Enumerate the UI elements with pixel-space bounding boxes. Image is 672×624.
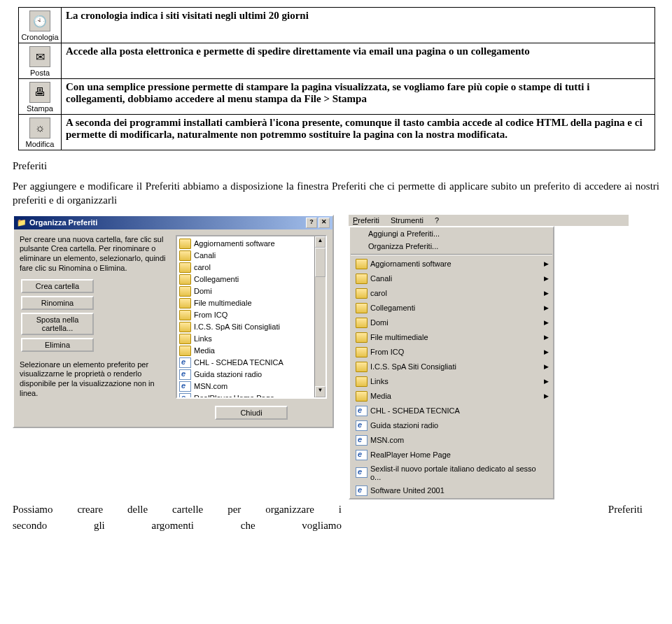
ie-icon — [356, 467, 368, 478]
folder-icon — [356, 303, 368, 313]
ie-icon — [179, 369, 191, 380]
body-paragraph: Per aggiungere e modificare il Preferiti… — [13, 179, 659, 208]
menu-item[interactable]: Aggiornamenti software▶ — [350, 257, 553, 271]
list-item-label: I.C.S. SpA Siti Consigliati — [194, 322, 280, 331]
folder-icon — [356, 332, 368, 343]
menu-item[interactable]: Guida stazioni radio — [350, 418, 553, 433]
delete-button[interactable]: Elimina — [21, 338, 94, 352]
folder-icon — [356, 391, 368, 402]
menu-organize-favorites[interactable]: Organizza Preferiti... — [350, 240, 553, 253]
list-item[interactable]: MSN.com — [177, 381, 326, 392]
submenu-arrow-icon: ▶ — [544, 290, 549, 297]
menu-bar[interactable]: PPreferitireferiti Strumenti ? — [349, 215, 629, 226]
list-item[interactable]: Canali — [177, 250, 326, 262]
list-item-label: Guida stazioni radio — [194, 370, 262, 378]
dialog-title: Organizza Preferiti — [29, 218, 97, 227]
folder-icon — [179, 262, 191, 273]
list-item[interactable]: Domi — [177, 285, 326, 297]
list-item[interactable]: I.C.S. SpA Siti Consigliati — [177, 321, 326, 333]
toolbar-icon: 🖶 — [29, 82, 50, 103]
folder-icon — [356, 347, 368, 357]
menu-item[interactable]: CHL - SCHEDA TECNICA — [350, 404, 553, 418]
menu-add-favorites[interactable]: Aggiungi a Preferiti... — [350, 227, 553, 240]
list-item[interactable]: Media — [177, 345, 326, 357]
menu-favorites[interactable]: PPreferitireferiti — [353, 216, 379, 225]
rename-button[interactable]: Rinomina — [21, 296, 94, 310]
menu-item[interactable]: File multimediale▶ — [350, 330, 553, 345]
scroll-down-icon[interactable]: ▼ — [315, 386, 326, 397]
list-item-label: CHL - SCHEDA TECNICA — [194, 358, 284, 367]
list-item-label: Aggiornamenti software — [194, 239, 275, 248]
move-to-folder-button[interactable]: Sposta nella cartella... — [21, 313, 94, 335]
list-item-label: RealPlayer Home Page — [194, 394, 274, 399]
list-item[interactable]: Aggiornamenti software — [177, 238, 326, 250]
menu-item-label: RealPlayer Home Page — [370, 451, 451, 459]
submenu-arrow-icon: ▶ — [544, 275, 549, 282]
folder-icon — [179, 334, 191, 344]
ie-icon — [356, 435, 368, 446]
list-item-label: carol — [194, 263, 211, 271]
menu-item[interactable]: RealPlayer Home Page — [350, 448, 553, 462]
list-item[interactable]: File multimediale — [177, 297, 326, 309]
menu-item-label: Canali — [370, 274, 392, 283]
list-item-label: MSN.com — [194, 382, 227, 390]
folder-icon: 📁 — [17, 218, 27, 227]
organize-favorites-dialog: 📁 Organizza Preferiti ? ✕ Per creare una… — [13, 215, 334, 428]
list-item[interactable]: CHL - SCHEDA TECNICA — [177, 357, 326, 369]
footer-text: Possiamo creare delle cartelle per organ… — [13, 504, 650, 516]
menu-item[interactable]: Collegamenti▶ — [350, 301, 553, 315]
list-item[interactable]: Collegamenti — [177, 274, 326, 285]
close-button[interactable]: Chiudi — [215, 406, 288, 420]
folder-icon — [179, 250, 191, 261]
ie-icon — [179, 357, 191, 368]
menu-item-label: carol — [370, 289, 387, 297]
toolbar-label: Cronologia — [20, 33, 59, 41]
favorites-listbox[interactable]: Aggiornamenti softwareCanalicarolCollega… — [176, 235, 327, 399]
menu-item[interactable]: Sexlist-il nuovo portale italiano dedica… — [350, 462, 553, 483]
menu-item-label: Aggiornamenti software — [370, 260, 451, 268]
menu-help[interactable]: ? — [435, 216, 439, 225]
list-item[interactable]: Guida stazioni radio — [177, 369, 326, 381]
submenu-arrow-icon: ▶ — [544, 348, 549, 355]
ie-icon — [356, 420, 368, 431]
menu-item[interactable]: From ICQ▶ — [350, 345, 553, 360]
menu-item[interactable]: carol▶ — [350, 286, 553, 301]
scrollbar[interactable]: ▲ ▼ — [314, 236, 326, 397]
folder-icon — [356, 259, 368, 269]
toolbar-cell: 🖶Stampa — [19, 79, 62, 115]
list-item-label: Canali — [194, 251, 216, 260]
menu-item[interactable]: MSN.com — [350, 433, 553, 448]
menu-item[interactable]: I.C.S. SpA Siti Consigliati▶ — [350, 360, 553, 374]
create-folder-button[interactable]: Crea cartella — [21, 279, 94, 293]
menu-item[interactable]: Media▶ — [350, 389, 553, 404]
list-item-label: File multimediale — [194, 299, 252, 307]
menu-item[interactable]: Domi▶ — [350, 315, 553, 330]
list-item[interactable]: RealPlayer Home Page — [177, 392, 326, 399]
folder-icon — [179, 298, 191, 309]
dialog-titlebar[interactable]: 📁 Organizza Preferiti ? ✕ — [14, 216, 332, 229]
toolbar-icon: ☼ — [29, 118, 50, 139]
submenu-arrow-icon: ▶ — [544, 260, 549, 267]
menu-item-label: Media — [370, 392, 391, 400]
toolbar-description: La cronologia indica i siti visitati neg… — [62, 8, 655, 43]
list-item[interactable]: Links — [177, 333, 326, 345]
toolbar-label: Posta — [20, 69, 59, 77]
list-item-label: Collegamenti — [194, 275, 239, 283]
list-item-label: Domi — [194, 287, 212, 295]
menu-item[interactable]: Canali▶ — [350, 271, 553, 286]
menu-item[interactable]: Software United 2001 — [350, 483, 553, 498]
menu-item[interactable]: Links▶ — [350, 374, 553, 389]
toolbar-description: Accede alla posta elettronica e permette… — [62, 43, 655, 79]
close-icon[interactable]: ✕ — [318, 218, 330, 228]
scroll-up-icon[interactable]: ▲ — [315, 236, 326, 248]
dialog-instructions: Per creare una nuova cartella, fare clic… — [20, 235, 170, 274]
list-item[interactable]: carol — [177, 262, 326, 274]
list-item[interactable]: From ICQ — [177, 309, 326, 321]
folder-icon — [179, 346, 191, 356]
submenu-arrow-icon: ▶ — [544, 392, 549, 399]
help-button[interactable]: ? — [306, 218, 317, 228]
toolbar-label: Stampa — [20, 104, 59, 113]
submenu-arrow-icon: ▶ — [544, 378, 549, 385]
toolbar-icon: 🕙 — [29, 10, 50, 31]
menu-tools[interactable]: Strumenti — [391, 216, 424, 225]
